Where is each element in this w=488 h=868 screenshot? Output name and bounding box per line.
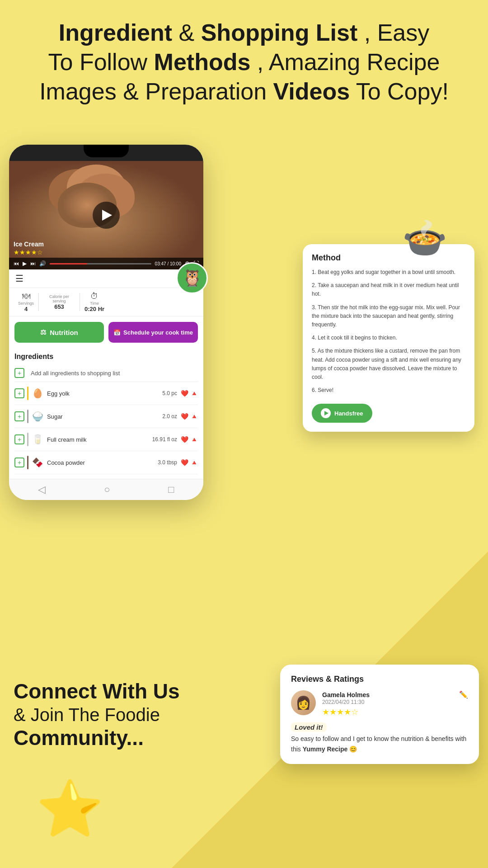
nutrition-flag-icon: 🔺	[190, 390, 198, 397]
favorite-icon[interactable]: ❤️	[181, 390, 188, 397]
nutrition-button[interactable]: ⚖ Nutrition	[14, 322, 104, 343]
reviews-title: Reviews & Ratings	[291, 675, 468, 684]
add-all-row[interactable]: + Add all ingredients to shopping list	[14, 364, 198, 382]
calendar-icon: 📅	[113, 329, 121, 336]
handsfree-button[interactable]: Handsfree	[312, 404, 372, 423]
edit-icon[interactable]: ✏️	[459, 690, 468, 699]
schedule-button[interactable]: 📅 Schedule your cook time	[108, 322, 198, 343]
favorite-icon[interactable]: ❤️	[181, 459, 188, 466]
favorite-icon[interactable]: ❤️	[181, 413, 188, 420]
nav-recent[interactable]: □	[168, 484, 174, 495]
handsfree-label: Handsfree	[334, 410, 363, 417]
reviewer-row: 👩 Gamela Holmes ✏️ 2022/04/20 11:30 ★★★★…	[291, 690, 468, 717]
reviewer-name: Gamela Holmes	[322, 691, 370, 698]
header-videos: Videos	[273, 78, 350, 104]
nutrition-icon: ⚖	[40, 328, 46, 336]
header-amazing: , Amazing Recipe	[257, 49, 440, 75]
menu-bar: ☰	[9, 269, 203, 288]
hamburger-icon[interactable]: ☰	[15, 273, 23, 284]
header-amp: &	[179, 19, 201, 46]
method-step: 3. Then stir the hot milk into the egg-s…	[312, 303, 465, 330]
review-text-block: Loved it! So easy to follow and I get to…	[291, 722, 468, 754]
phone-notch	[9, 145, 203, 161]
review-emoji: 😊	[349, 745, 357, 753]
servings-label: Servings	[18, 301, 34, 306]
add-all-plus[interactable]: +	[14, 368, 24, 378]
nav-home[interactable]: ○	[104, 484, 110, 495]
reviewer-avatar: 👩	[291, 690, 316, 715]
reviews-card: Reviews & Ratings 👩 Gamela Holmes ✏️ 202…	[280, 665, 479, 764]
method-card: Method 1. Beat egg yolks and sugar toget…	[303, 244, 474, 432]
video-section[interactable]: Ice Cream ★★★★☆ ⏮ ▶ ⏭ 🔊 03:47 / 10:00 ⚙ …	[9, 161, 203, 269]
ingredient-emoji: 🍚	[32, 411, 43, 422]
progress-fill	[50, 263, 87, 264]
favorite-icon[interactable]: ❤️	[181, 436, 188, 443]
ingredient-amount: 2.0 oz	[162, 413, 177, 420]
bottom-line3: Community...	[14, 726, 180, 750]
owl-badge: 🦉	[176, 262, 208, 294]
header-methods: Methods	[154, 49, 251, 75]
ingredient-divider	[27, 456, 28, 469]
stat-time: ⏱ Time 0:20 Hr	[80, 292, 109, 312]
ingredient-row[interactable]: + 🍚 Sugar 2.0 oz ❤️ 🔺	[14, 405, 198, 428]
reviewer-stars: ★★★★☆	[322, 707, 468, 717]
ingredient-emoji: 🥛	[32, 434, 43, 445]
volume-icon[interactable]: 🔊	[39, 260, 46, 267]
ingredient-name: Sugar	[47, 413, 162, 420]
stats-bar: 🍽 Servings 4 Calorie per serving 653 ⏱ T…	[9, 288, 203, 316]
phone-left: Ice Cream ★★★★☆ ⏮ ▶ ⏭ 🔊 03:47 / 10:00 ⚙ …	[9, 145, 203, 500]
nav-bar: ◁ ○ □	[9, 479, 203, 500]
servings-icon: 🍽	[22, 292, 30, 301]
star-mascot: ⭐	[36, 777, 104, 841]
time-value: 0:20 Hr	[84, 306, 104, 312]
ingredient-plus[interactable]: +	[14, 458, 24, 467]
calorie-label: Calorie per serving	[43, 294, 75, 303]
nutrition-flag-icon: 🔺	[190, 459, 198, 466]
video-label: Ice Cream	[14, 241, 44, 248]
header-follow: To Follow	[48, 49, 154, 75]
ingredient-list: + 🥚 Egg yolk 5.0 pc ❤️ 🔺 + 🍚 Sugar 2.0 o…	[14, 382, 198, 474]
ingredient-row[interactable]: + 🥚 Egg yolk 5.0 pc ❤️ 🔺	[14, 382, 198, 405]
play-icon[interactable]: ▶	[23, 260, 27, 267]
forward-icon[interactable]: ⏭	[30, 260, 36, 267]
nutrition-flag-icon: 🔺	[190, 413, 198, 420]
header-easy: , Easy	[364, 19, 430, 46]
nutrition-flag-icon: 🔺	[190, 436, 198, 443]
loved-badge: Loved it!	[291, 722, 327, 732]
progress-bar[interactable]	[50, 263, 151, 264]
ingredient-plus[interactable]: +	[14, 434, 24, 444]
rewind-icon[interactable]: ⏮	[14, 260, 19, 267]
time-label: Time	[90, 301, 99, 306]
phone-notch-cutout	[84, 145, 129, 157]
method-steps: 1. Beat egg yolks and sugar together in …	[312, 268, 465, 395]
ingredient-emoji: 🍫	[32, 457, 43, 468]
ingredient-plus[interactable]: +	[14, 411, 24, 421]
servings-value: 4	[24, 306, 28, 312]
ingredient-amount: 16.91 fl oz	[152, 436, 177, 443]
bottom-line2: & Join The Foodie	[14, 704, 180, 726]
ingredient-icons: ❤️ 🔺	[181, 459, 198, 466]
ingredient-plus[interactable]: +	[14, 388, 24, 398]
stat-calories: Calorie per serving 653	[39, 294, 80, 310]
reviewer-date: 2022/04/20 11:30	[322, 699, 468, 705]
stat-servings: 🍽 Servings 4	[14, 292, 38, 312]
handsfree-play-icon	[321, 408, 331, 418]
time-icon: ⏱	[90, 292, 99, 301]
header-images: Images & Preparation	[39, 78, 273, 104]
play-button[interactable]	[93, 202, 120, 229]
ingredient-icons: ❤️ 🔺	[181, 413, 198, 420]
method-step: 1. Beat egg yolks and sugar together in …	[312, 268, 465, 277]
calorie-value: 653	[54, 303, 64, 310]
reviewer-info: Gamela Holmes ✏️ 2022/04/20 11:30 ★★★★☆	[322, 690, 468, 717]
header-line1-bold: Ingredient	[59, 19, 172, 46]
ingredient-row[interactable]: + 🥛 Full cream milk 16.91 fl oz ❤️ 🔺	[14, 428, 198, 451]
add-all-label: Add all ingredients to shopping list	[31, 370, 120, 377]
nav-back[interactable]: ◁	[38, 484, 46, 495]
ingredient-amount: 5.0 pc	[162, 390, 177, 396]
video-stars: ★★★★☆	[14, 249, 43, 256]
ingredient-divider	[27, 433, 28, 446]
ingredient-row[interactable]: + 🍫 Cocoa powder 3.0 tbsp ❤️ 🔺	[14, 451, 198, 474]
bottom-text: Connect With Us & Join The Foodie Commun…	[14, 679, 180, 750]
ingredient-amount: 3.0 tbsp	[158, 459, 177, 466]
action-buttons: ⚖ Nutrition 📅 Schedule your cook time	[9, 316, 203, 348]
